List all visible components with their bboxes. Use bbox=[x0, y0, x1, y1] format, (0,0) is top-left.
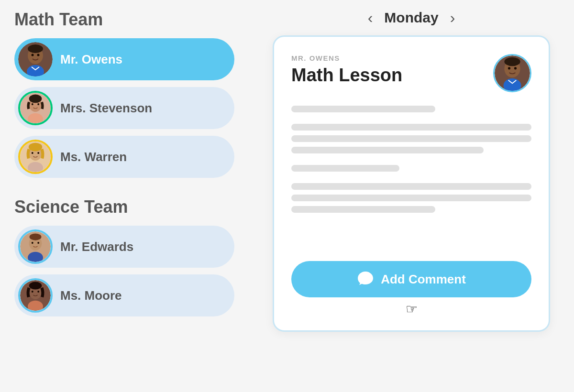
svg-point-33 bbox=[508, 67, 510, 69]
svg-point-21 bbox=[32, 242, 33, 244]
content-line-4 bbox=[291, 147, 484, 153]
lesson-card-avatar bbox=[493, 54, 531, 92]
svg-point-4 bbox=[37, 54, 40, 56]
member-item-moore[interactable]: Ms. Moore bbox=[14, 274, 234, 316]
content-line-5 bbox=[291, 165, 399, 172]
avatar-edwards bbox=[18, 229, 53, 264]
day-label: Monday bbox=[384, 10, 438, 26]
member-item-edwards[interactable]: Mr. Edwards bbox=[14, 226, 234, 268]
lesson-card-header: MR. OWENS Math Lesson bbox=[291, 54, 531, 92]
avatar-stevenson bbox=[18, 91, 53, 125]
avatar-moore bbox=[18, 278, 53, 313]
svg-point-2 bbox=[28, 44, 43, 53]
avatar-owens bbox=[18, 42, 53, 76]
content-line-7 bbox=[291, 195, 531, 201]
right-panel: ‹ Monday › MR. OWENS Math Lesson bbox=[263, 10, 560, 332]
svg-point-20 bbox=[30, 233, 42, 240]
science-team-heading: Science Team bbox=[14, 197, 234, 217]
prev-day-button[interactable]: ‹ bbox=[368, 10, 373, 25]
add-comment-button[interactable]: Add Comment bbox=[291, 261, 531, 297]
lesson-title-block: MR. OWENS Math Lesson bbox=[291, 54, 402, 86]
member-name-owens: Mr. Owens bbox=[60, 52, 122, 67]
lesson-card: MR. OWENS Math Lesson bbox=[273, 35, 550, 332]
next-day-button[interactable]: › bbox=[450, 10, 455, 25]
svg-point-9 bbox=[32, 103, 33, 105]
svg-point-10 bbox=[37, 103, 39, 105]
svg-point-8 bbox=[29, 95, 42, 103]
content-line-2 bbox=[291, 124, 531, 131]
svg-point-14 bbox=[29, 143, 42, 152]
svg-point-26 bbox=[29, 282, 42, 290]
avatar-warren bbox=[18, 140, 53, 174]
lesson-title: Math Lesson bbox=[291, 65, 402, 86]
member-name-stevenson: Mrs. Stevenson bbox=[60, 101, 152, 116]
lesson-content-lines bbox=[291, 106, 531, 247]
content-line-3 bbox=[291, 135, 531, 142]
math-team-heading: Math Team bbox=[14, 10, 234, 30]
svg-point-15 bbox=[32, 152, 33, 154]
lesson-teacher-label: MR. OWENS bbox=[291, 54, 402, 62]
content-line-8 bbox=[291, 206, 435, 213]
member-item-owens[interactable]: Mr. Owens bbox=[14, 38, 234, 80]
content-line-6 bbox=[291, 183, 531, 190]
svg-point-22 bbox=[37, 242, 39, 244]
day-navigation: ‹ Monday › bbox=[368, 10, 455, 26]
member-name-moore: Ms. Moore bbox=[60, 288, 122, 303]
science-team-list: Mr. Edwards bbox=[14, 226, 234, 316]
svg-point-27 bbox=[32, 291, 33, 293]
member-name-warren: Ms. Warren bbox=[60, 150, 127, 164]
add-comment-label: Add Comment bbox=[381, 272, 466, 287]
member-name-edwards: Mr. Edwards bbox=[60, 240, 133, 254]
left-panel: Math Team bbox=[14, 10, 234, 336]
svg-point-32 bbox=[504, 57, 520, 66]
math-team-list: Mr. Owens bbox=[14, 38, 234, 178]
svg-point-28 bbox=[37, 291, 39, 293]
member-item-warren[interactable]: Ms. Warren bbox=[14, 136, 234, 178]
hand-cursor-icon: ☞ bbox=[406, 301, 418, 317]
content-line-1 bbox=[291, 106, 435, 112]
svg-point-34 bbox=[514, 67, 517, 69]
comment-icon bbox=[357, 271, 374, 288]
svg-point-16 bbox=[37, 152, 39, 154]
cursor-area: ☞ bbox=[291, 301, 531, 317]
svg-point-3 bbox=[32, 54, 34, 56]
member-item-stevenson[interactable]: Mrs. Stevenson bbox=[14, 87, 234, 129]
